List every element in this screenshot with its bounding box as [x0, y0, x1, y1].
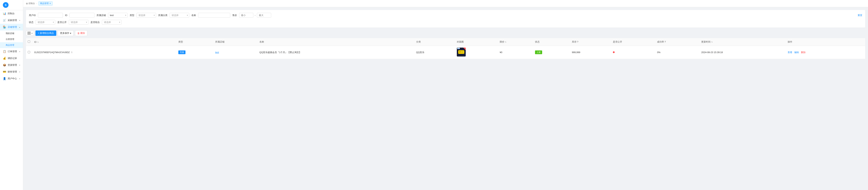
type-select-wrap: 请选择 ▾: [136, 13, 156, 18]
status-select-wrap: 请选择 ▾: [36, 20, 55, 25]
close-icon[interactable]: ✕: [49, 2, 51, 5]
product-table: ID ⇅ 类型 所属店铺 名称 分类 封面图 限价 ⇅ 状态 库存？ 是否公开: [26, 38, 865, 59]
row-checkbox-cell[interactable]: [26, 46, 32, 59]
breadcrumb-bar: ⊞ 控制台 › 商品管理 ✕: [23, 0, 868, 7]
product-label: 商品管理: [6, 44, 14, 47]
row-type-cell: 充值: [177, 46, 213, 59]
type-select[interactable]: 请选择: [136, 13, 156, 18]
add-product-button[interactable]: + 新增组合商品: [35, 30, 56, 36]
sidebar-item-label: 调价记录: [8, 57, 17, 60]
type-label: 类型: [130, 14, 134, 17]
row-checkbox[interactable]: [28, 51, 30, 53]
type-badge: 充值: [178, 51, 185, 54]
stock-value: 999,999: [572, 51, 580, 54]
main-area: ⊞ 控制台 › 商品管理 ✕ 用户ID ID 所属店铺 test ▾: [23, 0, 868, 190]
sidebar-item-label: 店铺管理: [8, 26, 17, 29]
combo-select[interactable]: 请选择: [102, 20, 122, 25]
status-label: 状态: [29, 21, 33, 24]
row-name-cell: QQ音乐超级会员『1个月』【禁止淘宝】: [258, 46, 414, 59]
grid-toggle-button[interactable]: ▾: [26, 31, 34, 36]
sidebar-item-user-center[interactable]: 👤 用户中心 ▾: [0, 75, 23, 82]
category-select[interactable]: 请选择: [169, 13, 189, 18]
sidebar-item-label: 控制台: [8, 12, 14, 15]
price-column-header: 限价 ⇅: [498, 38, 533, 46]
sidebar-item-finance[interactable]: 💳 财务管理 ▾: [0, 68, 23, 75]
delete-label: 删除: [80, 32, 85, 35]
select-all-checkbox[interactable]: [28, 40, 30, 43]
chevron-down-icon: ▾: [19, 20, 20, 21]
status-badge: 上架: [535, 51, 542, 54]
filter-row-1: 用户ID ID 所属店铺 test ▾ 类型 请选择 ▾: [29, 13, 862, 18]
breadcrumb-current-tag[interactable]: 商品管理 ✕: [38, 1, 53, 5]
row-public-cell: [611, 46, 655, 59]
pricing-icon: 💰: [3, 57, 6, 60]
actions-column-header: 操作: [786, 38, 865, 46]
copy-icon[interactable]: ⎘: [71, 51, 72, 54]
select-all-header[interactable]: [26, 38, 32, 46]
my-store-label: 我的店铺: [6, 32, 14, 35]
chevron-down-icon: ▾: [19, 64, 20, 66]
store-link[interactable]: test: [215, 51, 219, 54]
finance-icon: 💳: [3, 70, 6, 73]
row-updated-at-cell: 2024-08-23 15:39:18: [700, 46, 786, 59]
category-label: 分类管理: [6, 38, 14, 41]
reset-button[interactable]: 重置: [858, 14, 862, 17]
cover-column-header: 封面图: [455, 38, 498, 46]
sidebar-item-purchase[interactable]: 🛒 采购管理 ▾: [0, 17, 23, 24]
inventory-icon: 📦: [3, 63, 6, 67]
sort-icon[interactable]: ⇅: [37, 41, 39, 43]
sort-icon[interactable]: ⇅: [505, 41, 506, 43]
sidebar-item-inventory[interactable]: 📦 货源管理 ▾: [0, 62, 23, 68]
view-action-link[interactable]: 查看: [788, 51, 792, 54]
row-cover-cell: QQ 月卡 🎵: [455, 46, 498, 59]
status-select[interactable]: 请选择: [36, 20, 55, 25]
public-label: 是否公开: [57, 21, 67, 24]
sidebar-item-label: 用户中心: [8, 77, 17, 80]
category-label: 所属分类: [158, 14, 167, 17]
table-body: 01J5Z2STM5EP1HQ7WHJCVHJ6DZ ⎘ 充值 test QQ音…: [26, 46, 865, 59]
public-column-header: 是否公开: [611, 38, 655, 46]
id-input[interactable]: [69, 13, 94, 18]
user-id-label: 用户ID: [29, 14, 36, 17]
sidebar-item-label: 采购管理: [8, 19, 17, 22]
price-separator: ~: [254, 14, 256, 17]
sort-icon[interactable]: ⇅: [711, 41, 713, 43]
more-actions-button[interactable]: 更多操作 ▾: [58, 30, 73, 36]
user-icon: 👤: [3, 77, 6, 80]
qqmusic-logo: QQ: [457, 48, 460, 49]
sidebar-item-pricing[interactable]: 💰 调价记录: [0, 55, 23, 62]
sidebar-item-label: 货源管理: [8, 63, 17, 67]
store-select[interactable]: test: [108, 13, 128, 18]
product-name: QQ音乐超级会员『1个月』【禁止淘宝】: [259, 51, 301, 54]
public-select[interactable]: 请选择: [69, 20, 88, 25]
chevron-down-icon: ▾: [19, 51, 20, 53]
breadcrumb-home[interactable]: ⊞ 控制台: [26, 2, 35, 5]
sidebar-sub-item-my-store[interactable]: 我的店铺: [0, 30, 23, 36]
sidebar-item-store[interactable]: 🏪 店铺管理 ▴: [0, 24, 23, 30]
table-row: 01J5Z2STM5EP1HQ7WHJCVHJ6DZ ⎘ 充值 test QQ音…: [26, 46, 865, 59]
breadcrumb-separator: ›: [36, 2, 37, 5]
user-id-input[interactable]: [38, 13, 63, 18]
sidebar-sub-item-category[interactable]: 分类管理: [0, 36, 23, 42]
delete-action-link[interactable]: 删除: [801, 51, 806, 54]
price-min-input[interactable]: [239, 13, 253, 18]
sidebar-item-dashboard[interactable]: 📊 控制台: [0, 10, 23, 17]
sidebar-item-order[interactable]: 📋 订单管理 ▾: [0, 48, 23, 55]
product-cover-thumbnail: QQ 月卡 🎵: [457, 48, 466, 57]
chevron-up-icon: ▴: [19, 26, 20, 28]
chevron-down-icon: ▾: [19, 78, 20, 80]
home-icon: ⊞: [26, 2, 28, 5]
content-area: 用户ID ID 所属店铺 test ▾ 类型 请选择 ▾: [23, 7, 868, 190]
name-input[interactable]: [198, 13, 230, 18]
more-actions-label: 更多操作: [60, 32, 69, 35]
table-header: ID ⇅ 类型 所属店铺 名称 分类 封面图 限价 ⇅ 状态 库存？ 是否公开: [26, 38, 865, 46]
delete-button[interactable]: 🗑 删除: [75, 30, 87, 36]
success-rate-column-header: 成功率？: [655, 38, 700, 46]
row-price-cell: ¥0: [498, 46, 533, 59]
sidebar-logo: S: [0, 0, 23, 10]
price-max-input[interactable]: [257, 13, 271, 18]
sidebar-sub-item-product[interactable]: 商品管理: [0, 42, 23, 48]
edit-action-link[interactable]: 编辑: [794, 51, 799, 54]
row-store-cell: test: [213, 46, 258, 59]
stock-column-header: 库存？: [570, 38, 611, 46]
